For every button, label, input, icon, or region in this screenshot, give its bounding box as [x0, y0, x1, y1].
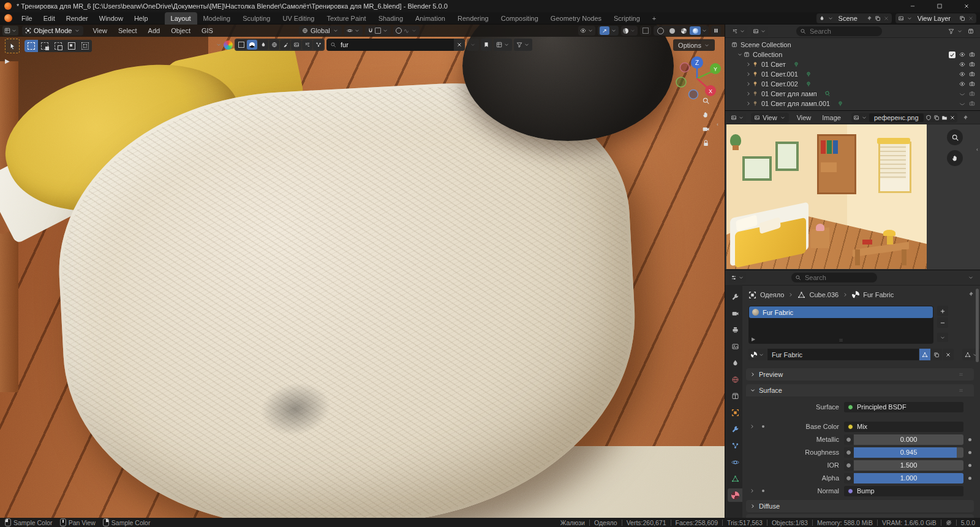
- viewport-menu-object[interactable]: Object: [165, 25, 196, 37]
- snap-toggle[interactable]: [365, 26, 391, 36]
- select-mode-subtract-button[interactable]: [51, 40, 65, 52]
- tab-scripting[interactable]: Scripting: [608, 12, 646, 25]
- filter-fluid-button[interactable]: [258, 40, 268, 50]
- list-expand-arrow[interactable]: ▶: [752, 336, 755, 342]
- clear-search-button[interactable]: [454, 39, 465, 51]
- checkbox-icon[interactable]: [949, 51, 956, 58]
- tab-particles[interactable]: [728, 439, 742, 452]
- menu-edit[interactable]: Edit: [38, 12, 61, 24]
- base-color-menu[interactable]: Mix: [844, 422, 963, 432]
- diffuse-panel-header[interactable]: Diffuse: [746, 500, 974, 512]
- remove-slot-button[interactable]: [937, 317, 948, 328]
- pin-icon[interactable]: [866, 15, 872, 21]
- outliner-row-light-2[interactable]: 01 Свет.001: [725, 69, 980, 79]
- shading-wireframe-button[interactable]: [655, 26, 666, 35]
- offline-icon[interactable]: [946, 520, 952, 526]
- slot-specials-button[interactable]: [937, 333, 948, 342]
- image-datablock-selector[interactable]: референс.png: [851, 113, 957, 123]
- eye-icon[interactable]: [959, 61, 965, 67]
- expand-caret-icon[interactable]: [745, 90, 752, 97]
- expand-caret-icon[interactable]: [745, 61, 752, 68]
- roughness-slider[interactable]: 0.945: [854, 447, 963, 458]
- properties-search-input[interactable]: [804, 273, 873, 282]
- socket-button[interactable]: [844, 473, 853, 483]
- new-collection-button[interactable]: [965, 26, 976, 36]
- new-material-button[interactable]: [931, 349, 942, 360]
- minimize-button[interactable]: [899, 0, 926, 12]
- add-slot-button[interactable]: [937, 306, 948, 316]
- visibility-filter-dropdown[interactable]: [578, 26, 595, 36]
- alpha-slider[interactable]: 1.000: [854, 473, 963, 483]
- filter-settings-button[interactable]: [514, 39, 532, 51]
- viewport-menu-view[interactable]: View: [87, 25, 113, 37]
- surface-panel-header[interactable]: Surface: [746, 384, 974, 396]
- viewport-menu-gis[interactable]: GIS: [196, 25, 219, 37]
- shading-solid-button[interactable]: [666, 26, 677, 35]
- camera-icon[interactable]: [969, 71, 975, 77]
- properties-search[interactable]: [791, 273, 877, 282]
- expand-caret-icon[interactable]: [745, 70, 752, 78]
- animate-dot[interactable]: [968, 438, 971, 441]
- overlays-toggle[interactable]: [621, 26, 638, 36]
- browse-material-button[interactable]: [748, 349, 767, 360]
- tab-physics[interactable]: [728, 455, 742, 469]
- panel-grip-icon[interactable]: [958, 371, 964, 377]
- unlink-material-button[interactable]: [943, 349, 954, 360]
- users-count-button[interactable]: [919, 349, 930, 360]
- tab-scene[interactable]: [728, 356, 742, 370]
- material-slot-selected[interactable]: Fur Fabric: [749, 306, 933, 318]
- menu-render[interactable]: Render: [61, 12, 94, 24]
- tab-rendering[interactable]: Rendering: [451, 12, 495, 25]
- tab-geometry-nodes[interactable]: Geometry Nodes: [545, 12, 608, 25]
- zoom-icon[interactable]: [702, 97, 710, 105]
- filter-all-button[interactable]: [236, 40, 246, 50]
- image-mode-dropdown[interactable]: View: [751, 113, 789, 123]
- image-menu-view[interactable]: View: [791, 111, 817, 124]
- menu-window[interactable]: Window: [94, 12, 129, 24]
- filter-funnel-icon[interactable]: [948, 28, 954, 34]
- filter-image-button[interactable]: [291, 40, 301, 50]
- chevron-down-icon[interactable]: [216, 42, 222, 48]
- menu-help[interactable]: Help: [129, 12, 154, 24]
- outliner-row-scene-collection[interactable]: Scene Collection: [725, 40, 980, 50]
- image-menu-image[interactable]: Image: [816, 111, 846, 124]
- list-resize-grip[interactable]: [838, 337, 844, 343]
- pin-icon[interactable]: [968, 291, 974, 297]
- camera-disabled-icon[interactable]: [969, 91, 975, 97]
- tab-world[interactable]: [728, 373, 742, 386]
- bookmark-button[interactable]: [481, 39, 492, 51]
- scene-selector[interactable]: Scene: [816, 13, 892, 23]
- editor-type-button[interactable]: [2, 26, 18, 36]
- tab-view-layer[interactable]: [728, 339, 742, 353]
- select-mode-intersect-button[interactable]: [78, 40, 92, 52]
- breadcrumb-object[interactable]: Одеяло: [760, 291, 784, 298]
- tab-texture-paint[interactable]: Texture Paint: [320, 12, 372, 25]
- open-folder-icon[interactable]: [941, 115, 948, 121]
- transform-orientation-dropdown[interactable]: Global: [299, 26, 342, 36]
- display-mode-button[interactable]: [494, 39, 512, 51]
- proportional-edit-toggle[interactable]: ∿: [393, 26, 420, 36]
- tab-material[interactable]: [728, 488, 742, 502]
- lock-view-icon[interactable]: [702, 139, 710, 147]
- camera-view-icon[interactable]: [702, 125, 710, 133]
- toolbar-expand-arrow[interactable]: ▶: [5, 58, 10, 64]
- eye-closed-icon[interactable]: [959, 91, 965, 97]
- expand-caret-icon[interactable]: [736, 51, 744, 58]
- tab-collection[interactable]: [728, 389, 742, 403]
- close-button[interactable]: [953, 0, 980, 12]
- eye-icon[interactable]: [959, 71, 965, 77]
- tab-output[interactable]: [728, 323, 742, 336]
- navigation-gizmo[interactable]: Z Y X: [673, 54, 722, 105]
- options-chevron-icon[interactable]: [968, 275, 974, 281]
- editor-type-button[interactable]: [729, 273, 746, 282]
- options-dropdown[interactable]: Options: [673, 39, 715, 51]
- collapsed-dropdown[interactable]: [467, 39, 479, 51]
- normal-menu[interactable]: Bump: [844, 486, 963, 496]
- material-slot-list[interactable]: Fur Fabric ▶: [748, 306, 933, 344]
- search-input[interactable]: [339, 40, 434, 49]
- breadcrumb-mesh[interactable]: Cube.036: [809, 291, 839, 298]
- fake-user-shield-icon[interactable]: [925, 115, 932, 121]
- image-zoom-button[interactable]: [947, 129, 963, 145]
- eye-icon[interactable]: [959, 81, 965, 87]
- preview-panel-header[interactable]: Preview: [746, 368, 974, 381]
